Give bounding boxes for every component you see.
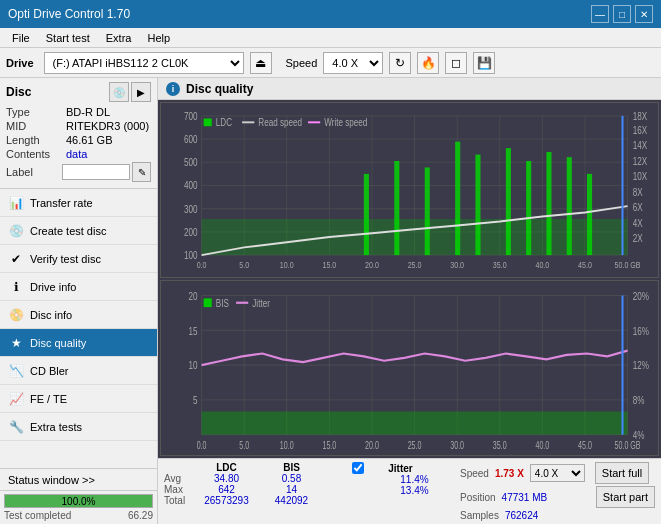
label-input[interactable] [62, 164, 130, 180]
main-area: Disc 💿 ▶ Type BD-R DL MID RITEKDR3 (000)… [0, 78, 661, 524]
jitter-header: Jitter [368, 463, 433, 474]
maximize-button[interactable]: □ [613, 5, 631, 23]
sidebar-item-create-test-disc[interactable]: 💿 Create test disc [0, 217, 157, 245]
position-value: 47731 MB [502, 492, 548, 503]
start-full-button[interactable]: Start full [595, 462, 649, 484]
speed-select-drive[interactable]: 4.0 X [323, 52, 383, 74]
create-test-disc-icon: 💿 [8, 223, 24, 239]
svg-text:LDC: LDC [216, 117, 232, 128]
disc-mid-row: MID RITEKDR3 (000) [6, 120, 151, 132]
label-label: Label [6, 166, 62, 178]
progress-text: 100.0% [5, 495, 152, 509]
extra-tests-icon: 🔧 [8, 419, 24, 435]
sidebar-item-verify-test-disc[interactable]: ✔ Verify test disc [0, 245, 157, 273]
minimize-button[interactable]: — [591, 5, 609, 23]
menu-extra[interactable]: Extra [98, 28, 140, 47]
drive-info-label: Drive info [30, 281, 76, 293]
save-button[interactable]: 💾 [473, 52, 495, 74]
menu-help[interactable]: Help [139, 28, 178, 47]
samples-value: 762624 [505, 510, 538, 521]
svg-rect-57 [204, 118, 212, 126]
progress-area: 100.0% Test completed 66.29 [0, 491, 157, 524]
svg-rect-20 [364, 174, 369, 255]
sidebar-item-fe-te[interactable]: 📈 FE / TE [0, 385, 157, 413]
sidebar-item-transfer-rate[interactable]: 📊 Transfer rate [0, 189, 157, 217]
transfer-rate-label: Transfer rate [30, 197, 93, 209]
svg-rect-19 [202, 219, 628, 255]
status-bar: Status window >> 100.0% Test completed 6… [0, 468, 157, 524]
erase-button[interactable]: ◻ [445, 52, 467, 74]
svg-text:10.0: 10.0 [280, 440, 294, 452]
transfer-rate-icon: 📊 [8, 195, 24, 211]
svg-text:10X: 10X [633, 171, 647, 182]
svg-rect-25 [506, 148, 511, 255]
menu-start-test[interactable]: Start test [38, 28, 98, 47]
sidebar-item-disc-info[interactable]: 📀 Disc info [0, 301, 157, 329]
svg-text:30.0: 30.0 [450, 440, 464, 452]
svg-text:16%: 16% [633, 324, 649, 337]
bis-chart: 20 15 10 5 20% 16% 12% 8% 4% 0.0 5.0 10.… [160, 280, 659, 456]
svg-text:700: 700 [184, 111, 198, 122]
avg-bis: 0.58 [259, 473, 324, 484]
ldc-chart: 700 600 500 400 300 200 100 18X 16X 14X … [160, 102, 659, 278]
sidebar-item-drive-info[interactable]: ℹ Drive info [0, 273, 157, 301]
svg-text:12X: 12X [633, 156, 647, 167]
drivebar: Drive (F:) ATAPI iHBS112 2 CL0K ⏏ Speed … [0, 48, 661, 78]
verify-test-disc-icon: ✔ [8, 251, 24, 267]
disc-info-icon: 📀 [8, 307, 24, 323]
max-ldc: 642 [194, 484, 259, 495]
total-ldc: 26573293 [194, 495, 259, 506]
svg-text:0.0: 0.0 [197, 440, 207, 452]
cd-bler-icon: 📉 [8, 363, 24, 379]
menu-file[interactable]: File [4, 28, 38, 47]
svg-text:40.0: 40.0 [535, 440, 549, 452]
position-label: Position [460, 492, 496, 503]
disc-icon-btn2[interactable]: ▶ [131, 82, 151, 102]
burn-button[interactable]: 🔥 [417, 52, 439, 74]
fe-te-icon: 📈 [8, 391, 24, 407]
close-button[interactable]: ✕ [635, 5, 653, 23]
refresh-button[interactable]: ↻ [389, 52, 411, 74]
svg-text:Jitter: Jitter [252, 297, 270, 310]
ldc-chart-svg: 700 600 500 400 300 200 100 18X 16X 14X … [161, 103, 658, 277]
svg-text:8X: 8X [633, 187, 643, 198]
bis-chart-svg: 20 15 10 5 20% 16% 12% 8% 4% 0.0 5.0 10.… [161, 281, 658, 455]
disc-icon-btn1[interactable]: 💿 [109, 82, 129, 102]
status-window-button[interactable]: Status window >> [0, 469, 157, 491]
svg-rect-81 [202, 412, 628, 435]
disc-contents-row: Contents data [6, 148, 151, 160]
svg-text:5.0: 5.0 [239, 440, 249, 452]
avg-ldc: 34.80 [194, 473, 259, 484]
svg-text:50.0 GB: 50.0 GB [615, 440, 641, 452]
disc-quality-label: Disc quality [30, 337, 86, 349]
sidebar-item-cd-bler[interactable]: 📉 CD Bler [0, 357, 157, 385]
contents-value: data [66, 148, 151, 160]
eject-button[interactable]: ⏏ [250, 52, 272, 74]
start-part-button[interactable]: Start part [596, 486, 655, 508]
disc-quality-header: i Disc quality [158, 78, 661, 100]
total-bis: 442092 [259, 495, 324, 506]
svg-text:45.0: 45.0 [578, 260, 592, 270]
charts-area: 700 600 500 400 300 200 100 18X 16X 14X … [158, 100, 661, 458]
svg-rect-29 [587, 174, 592, 255]
svg-text:400: 400 [184, 180, 198, 191]
svg-text:10: 10 [188, 359, 197, 372]
svg-text:6X: 6X [633, 202, 643, 213]
sidebar-item-disc-quality[interactable]: ★ Disc quality [0, 329, 157, 357]
svg-text:500: 500 [184, 157, 198, 168]
svg-rect-102 [204, 298, 212, 307]
max-jitter: 13.4% [382, 485, 447, 496]
disc-panel: Disc 💿 ▶ Type BD-R DL MID RITEKDR3 (000)… [0, 78, 157, 189]
type-value: BD-R DL [66, 106, 151, 118]
jitter-checkbox[interactable] [352, 462, 364, 474]
status-window-label: Status window >> [8, 474, 95, 486]
speed-stat-select[interactable]: 4.0 X [530, 464, 585, 482]
length-label: Length [6, 134, 66, 146]
svg-text:25.0: 25.0 [408, 440, 422, 452]
sidebar-item-extra-tests[interactable]: 🔧 Extra tests [0, 413, 157, 441]
label-edit-button[interactable]: ✎ [132, 162, 151, 182]
drive-select[interactable]: (F:) ATAPI iHBS112 2 CL0K [44, 52, 244, 74]
verify-test-disc-label: Verify test disc [30, 253, 101, 265]
svg-text:12%: 12% [633, 359, 649, 372]
svg-text:16X: 16X [633, 125, 647, 136]
